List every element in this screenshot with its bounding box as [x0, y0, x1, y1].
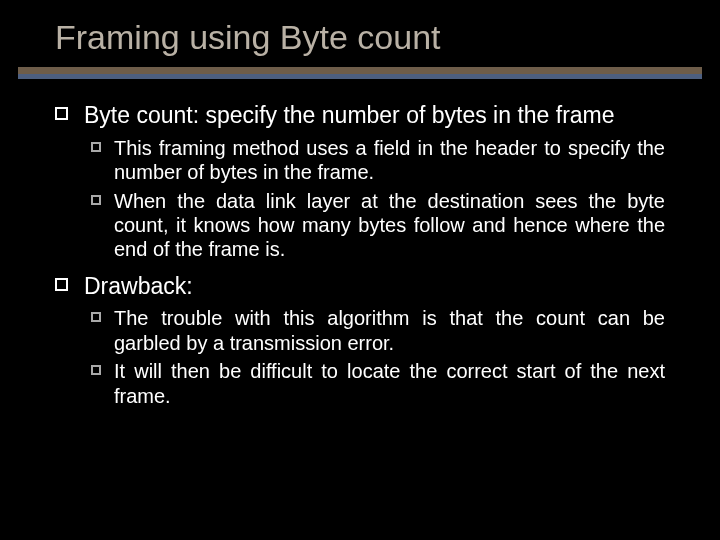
divider-bar-brown — [18, 67, 702, 74]
list-item-l1: Drawback: — [55, 272, 665, 301]
list-item-l2: It will then be difficult to locate the … — [55, 359, 665, 408]
list-text: The trouble with this algorithm is that … — [114, 306, 665, 355]
list-item-l2: This framing method uses a field in the … — [55, 136, 665, 185]
square-bullet-icon — [91, 142, 101, 152]
slide: Framing using Byte count Byte count: spe… — [0, 0, 720, 540]
square-bullet-icon — [91, 312, 101, 322]
list-item-l2: The trouble with this algorithm is that … — [55, 306, 665, 355]
list-text: Byte count: specify the number of bytes … — [84, 101, 615, 130]
list-item-l2: When the data link layer at the destinat… — [55, 189, 665, 262]
slide-title: Framing using Byte count — [0, 18, 720, 67]
list-text: It will then be difficult to locate the … — [114, 359, 665, 408]
divider — [18, 67, 702, 79]
list-item-l1: Byte count: specify the number of bytes … — [55, 101, 665, 130]
square-bullet-icon — [55, 278, 68, 291]
square-bullet-icon — [91, 195, 101, 205]
list-text: This framing method uses a field in the … — [114, 136, 665, 185]
square-bullet-icon — [91, 365, 101, 375]
square-bullet-icon — [55, 107, 68, 120]
section: Drawback: The trouble with this algorith… — [55, 272, 665, 408]
list-text: Drawback: — [84, 272, 193, 301]
list-text: When the data link layer at the destinat… — [114, 189, 665, 262]
content-area: Byte count: specify the number of bytes … — [0, 79, 720, 408]
section: Byte count: specify the number of bytes … — [55, 101, 665, 262]
